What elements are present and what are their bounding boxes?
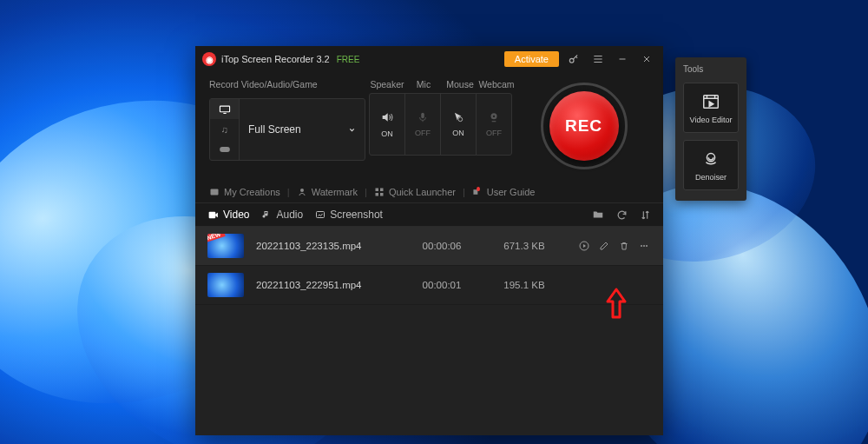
file-name: 20221103_222951.mp4 <box>256 280 393 290</box>
record-button-ring: REC <box>541 83 628 169</box>
edit-button[interactable] <box>599 241 611 251</box>
svg-point-16 <box>641 245 642 247</box>
svg-rect-10 <box>380 189 384 192</box>
image-icon <box>315 209 326 220</box>
file-size: 671.3 KB <box>490 241 558 251</box>
close-button[interactable] <box>637 50 656 69</box>
file-thumbnail <box>207 273 244 297</box>
key-icon[interactable] <box>564 50 583 69</box>
svg-point-4 <box>458 117 463 122</box>
toggle-mouse-state: ON <box>452 129 464 137</box>
tab-screenshot[interactable]: Screenshot <box>315 209 383 221</box>
svg-rect-14 <box>317 212 325 218</box>
cursor-icon <box>452 111 464 123</box>
webcam-icon <box>488 111 500 123</box>
free-tag: FREE <box>337 55 360 64</box>
mode-screen-icon[interactable] <box>210 99 239 119</box>
video-icon <box>207 209 219 221</box>
tool-denoiser[interactable]: Denoiser <box>683 140 739 190</box>
menu-icon[interactable] <box>589 50 608 69</box>
record-mode-box: ♫ Full Screen <box>209 98 365 161</box>
speaker-icon <box>380 110 394 124</box>
svg-rect-12 <box>380 193 384 196</box>
file-row[interactable]: 20221103_222951.mp4 00:00:01 195.1 KB <box>195 266 663 305</box>
book-icon <box>472 187 483 197</box>
minimize-button[interactable] <box>613 50 632 69</box>
tool-video-editor-label: Video Editor <box>690 116 733 124</box>
toggle-webcam-state: OFF <box>486 129 502 137</box>
config-section: Record Video/Audio/Game ♫ Full Screen <box>195 72 663 182</box>
file-thumbnail: NEW <box>207 234 244 258</box>
video-editor-icon <box>701 92 720 111</box>
nav-my-creations[interactable]: My Creations <box>209 187 280 197</box>
toggle-mic-state: OFF <box>415 129 431 137</box>
file-size: 195.1 KB <box>490 280 558 290</box>
toggle-webcam[interactable]: OFF <box>476 93 512 156</box>
mic-icon <box>417 111 429 123</box>
svg-rect-9 <box>375 189 378 192</box>
filter-tabs: Video Audio Screenshot <box>195 203 663 227</box>
delete-button[interactable] <box>619 241 631 251</box>
nav-user-guide[interactable]: User Guide <box>472 187 536 197</box>
denoiser-icon <box>701 149 720 169</box>
config-label: Record Video/Audio/Game <box>209 79 365 89</box>
svg-rect-3 <box>421 113 424 118</box>
record-button[interactable]: REC <box>549 91 619 161</box>
svg-point-8 <box>300 189 304 192</box>
tab-video[interactable]: Video <box>207 209 249 221</box>
sort-button[interactable] <box>640 209 651 221</box>
file-list: NEW 20221103_223135.mp4 00:00:06 671.3 K… <box>195 227 663 435</box>
toggle-label-speaker: Speaker <box>369 79 405 89</box>
grid-icon <box>374 187 385 197</box>
svg-point-18 <box>646 245 648 247</box>
svg-point-17 <box>643 245 645 247</box>
tools-panel: Tools Video Editor Denoiser <box>675 57 746 201</box>
file-duration: 00:00:06 <box>405 241 478 251</box>
toggle-label-mic: Mic <box>405 79 442 89</box>
play-button[interactable] <box>579 241 591 251</box>
toggle-mic[interactable]: OFF <box>404 93 441 156</box>
open-folder-button[interactable] <box>592 209 604 221</box>
new-badge: NEW <box>207 234 226 243</box>
tab-audio[interactable]: Audio <box>261 209 303 221</box>
file-duration: 00:00:01 <box>405 280 478 290</box>
nav-links: My Creations | Watermark | Quick Launche… <box>195 182 663 203</box>
svg-rect-13 <box>209 211 216 218</box>
more-button[interactable] <box>639 241 651 251</box>
svg-rect-1 <box>220 106 229 112</box>
toggle-speaker[interactable]: ON <box>369 93 405 156</box>
svg-rect-11 <box>375 193 378 196</box>
toggle-speaker-state: ON <box>381 129 393 138</box>
mode-audio-icon[interactable]: ♫ <box>210 119 239 139</box>
svg-rect-7 <box>211 189 219 195</box>
tool-denoiser-label: Denoiser <box>695 173 727 182</box>
app-title: iTop Screen Recorder 3.2 <box>221 54 330 64</box>
titlebar: ◉ iTop Screen Recorder 3.2 FREE Activate <box>195 46 663 72</box>
tools-title: Tools <box>683 64 739 74</box>
file-row[interactable]: NEW 20221103_223135.mp4 00:00:06 671.3 K… <box>195 227 663 266</box>
svg-point-6 <box>493 116 495 117</box>
file-name: 20221103_223135.mp4 <box>256 241 393 251</box>
app-logo-icon: ◉ <box>202 52 216 66</box>
chevron-down-icon <box>348 126 356 134</box>
watermark-icon <box>297 187 307 197</box>
refresh-button[interactable] <box>616 209 628 221</box>
mode-game-icon[interactable] <box>210 140 239 160</box>
mode-dropdown[interactable]: Full Screen <box>240 99 365 160</box>
activate-button[interactable]: Activate <box>504 51 559 67</box>
audio-icon <box>261 209 272 220</box>
toggle-mouse[interactable]: ON <box>440 93 477 156</box>
toggle-label-mouse: Mouse <box>442 79 478 89</box>
svg-rect-2 <box>220 147 230 152</box>
nav-watermark[interactable]: Watermark <box>297 187 358 197</box>
folder-star-icon <box>209 187 220 197</box>
toggle-label-webcam: Webcam <box>478 79 515 89</box>
tool-video-editor[interactable]: Video Editor <box>683 83 739 133</box>
app-window: ◉ iTop Screen Recorder 3.2 FREE Activate… <box>195 46 663 435</box>
nav-quick-launcher[interactable]: Quick Launcher <box>374 187 456 197</box>
rec-label: REC <box>565 116 602 136</box>
mode-selected-label: Full Screen <box>248 123 301 136</box>
